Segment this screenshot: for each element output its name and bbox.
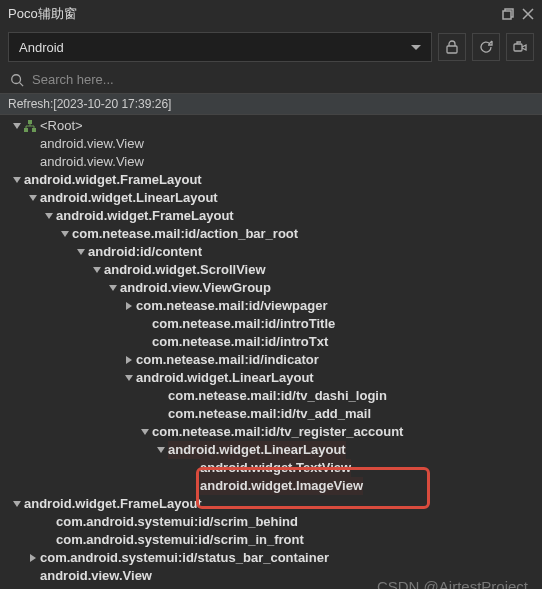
root-icon <box>24 120 36 132</box>
tree-label: android.widget.FrameLayout <box>56 207 234 225</box>
svg-rect-4 <box>28 120 32 124</box>
hierarchy-tree[interactable]: <Root>android.view.Viewandroid.view.View… <box>0 115 542 589</box>
tree-row[interactable]: com.netease.mail:id/tv_register_account <box>0 423 542 441</box>
tree-label: com.netease.mail:id/indicator <box>136 351 319 369</box>
tree-label: android:id/content <box>88 243 202 261</box>
tree-row[interactable]: android.widget.ImageView <box>0 477 542 495</box>
tree-row[interactable]: com.netease.mail:id/tv_dashi_login <box>0 387 542 405</box>
tree-label: android.widget.ImageView <box>200 477 363 495</box>
device-dropdown[interactable]: Android <box>8 32 432 62</box>
tree-row[interactable]: android.view.ViewGroup <box>0 279 542 297</box>
refresh-button[interactable] <box>472 33 500 61</box>
tree-label: com.android.systemui:id/scrim_behind <box>56 513 298 531</box>
expand-toggle-icon[interactable] <box>141 429 149 435</box>
tree-label: com.netease.mail:id/viewpager <box>136 297 327 315</box>
svg-rect-5 <box>24 128 28 132</box>
svg-rect-1 <box>447 46 457 53</box>
expand-toggle-icon[interactable] <box>13 501 21 507</box>
window-title: Poco辅助窗 <box>8 5 502 23</box>
expand-toggle-icon[interactable] <box>109 285 117 291</box>
tree-label: com.netease.mail:id/introTxt <box>152 333 328 351</box>
tree-label: android.widget.LinearLayout <box>136 369 314 387</box>
tree-row[interactable]: com.netease.mail:id/introTxt <box>0 333 542 351</box>
tree-label: com.android.systemui:id/scrim_in_front <box>56 531 304 549</box>
tree-label: android.widget.TextView <box>200 459 351 477</box>
svg-rect-0 <box>503 11 511 19</box>
expand-toggle-icon[interactable] <box>29 195 37 201</box>
expand-toggle-icon[interactable] <box>126 302 132 310</box>
expand-toggle-icon[interactable] <box>13 123 21 129</box>
tree-row[interactable]: android.widget.FrameLayout <box>0 171 542 189</box>
tree-row[interactable]: com.android.systemui:id/scrim_in_front <box>0 531 542 549</box>
tree-label: com.android.systemui:id/status_bar_conta… <box>40 549 329 567</box>
tree-label: android.view.ViewGroup <box>120 279 271 297</box>
tree-label: com.netease.mail:id/action_bar_root <box>72 225 298 243</box>
expand-toggle-icon[interactable] <box>45 213 53 219</box>
tree-row[interactable]: android.widget.FrameLayout <box>0 495 542 513</box>
refresh-status: Refresh:[2023-10-20 17:39:26] <box>0 93 542 115</box>
tree-label: android.view.View <box>40 135 144 153</box>
tree-label: android.view.View <box>40 567 152 585</box>
expand-toggle-icon[interactable] <box>61 231 69 237</box>
tree-row[interactable]: android.widget.FrameLayout <box>0 207 542 225</box>
close-icon[interactable] <box>522 8 534 20</box>
dropdown-selected: Android <box>19 40 64 55</box>
float-icon[interactable] <box>502 8 514 20</box>
tree-label: com.netease.mail:id/tv_add_mail <box>168 405 371 423</box>
expand-toggle-icon[interactable] <box>93 267 101 273</box>
chevron-down-icon <box>411 45 421 50</box>
expand-toggle-icon[interactable] <box>125 375 133 381</box>
expand-toggle-icon[interactable] <box>157 447 165 453</box>
tree-row[interactable]: com.netease.mail:id/action_bar_root <box>0 225 542 243</box>
tree-label: com.netease.mail:id/tv_register_account <box>152 423 403 441</box>
svg-rect-6 <box>32 128 36 132</box>
tree-label: android.widget.LinearLayout <box>168 441 346 459</box>
tree-label: android.widget.ScrollView <box>104 261 266 279</box>
expand-toggle-icon[interactable] <box>77 249 85 255</box>
svg-point-3 <box>12 74 21 83</box>
search-icon <box>10 73 24 87</box>
tree-label: android.widget.FrameLayout <box>24 495 202 513</box>
expand-toggle-icon[interactable] <box>126 356 132 364</box>
tree-label: android.view.View <box>40 153 144 171</box>
tree-label: android.widget.FrameLayout <box>24 171 202 189</box>
tree-row[interactable]: <Root> <box>0 117 542 135</box>
tree-row[interactable]: android.widget.LinearLayout <box>0 369 542 387</box>
tree-row[interactable]: android.view.View <box>0 153 542 171</box>
lock-button[interactable] <box>438 33 466 61</box>
tree-label: android.widget.LinearLayout <box>40 189 218 207</box>
tree-row[interactable]: com.android.systemui:id/scrim_behind <box>0 513 542 531</box>
tree-row[interactable]: android.widget.ScrollView <box>0 261 542 279</box>
record-button[interactable] <box>506 33 534 61</box>
tree-row[interactable]: android.widget.LinearLayout <box>0 441 542 459</box>
tree-row[interactable]: com.android.systemui:id/status_bar_conta… <box>0 549 542 567</box>
search-input[interactable] <box>32 72 532 87</box>
tree-row[interactable]: com.netease.mail:id/viewpager <box>0 297 542 315</box>
tree-label: com.netease.mail:id/tv_dashi_login <box>168 387 387 405</box>
tree-row[interactable]: android.widget.LinearLayout <box>0 189 542 207</box>
svg-rect-2 <box>514 44 522 51</box>
tree-row[interactable]: com.netease.mail:id/introTitle <box>0 315 542 333</box>
tree-row[interactable]: android.view.View <box>0 567 542 585</box>
tree-row[interactable]: android.view.View <box>0 135 542 153</box>
tree-row[interactable]: com.netease.mail:id/tv_add_mail <box>0 405 542 423</box>
tree-row[interactable]: com.netease.mail:id/indicator <box>0 351 542 369</box>
tree-label: com.netease.mail:id/introTitle <box>152 315 335 333</box>
expand-toggle-icon[interactable] <box>30 554 36 562</box>
tree-label: <Root> <box>40 117 83 135</box>
expand-toggle-icon[interactable] <box>13 177 21 183</box>
tree-row[interactable]: android.widget.TextView <box>0 459 542 477</box>
tree-row[interactable]: android:id/content <box>0 243 542 261</box>
